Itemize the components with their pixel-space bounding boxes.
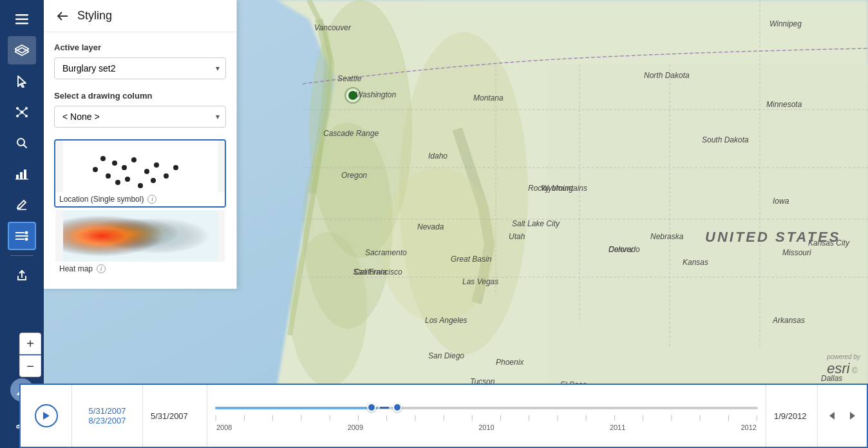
- select-button[interactable]: [8, 67, 36, 95]
- viz-card-label-heatmap: Heat map i: [55, 262, 225, 276]
- svg-marker-72: [850, 412, 855, 420]
- svg-line-30: [22, 112, 26, 116]
- viz-card-image-scatter: [55, 141, 225, 192]
- svg-rect-33: [16, 175, 19, 179]
- esri-logo: powered by esri ©: [827, 353, 860, 377]
- play-button[interactable]: [35, 404, 58, 427]
- svg-point-58: [154, 162, 159, 168]
- zoom-in-button[interactable]: +: [19, 333, 41, 355]
- svg-point-61: [100, 156, 106, 161]
- menu-button[interactable]: [8, 5, 36, 34]
- svg-rect-6: [547, 64, 868, 387]
- share-button[interactable]: [8, 261, 36, 289]
- drawing-column-label: Select a drawing column: [54, 91, 226, 101]
- svg-marker-20: [15, 45, 29, 53]
- svg-marker-21: [15, 48, 29, 55]
- timeline-slider-area[interactable]: |||||||||||||||||||| 2008 2009 2010 2011…: [207, 385, 766, 447]
- sidebar-divider: [10, 255, 33, 256]
- viz-card-location-single[interactable]: Location (Single symbol) i: [54, 139, 226, 208]
- timeline-bar: 5/31/2007 8/23/2007 5/31/2007 ||||||||||…: [19, 384, 868, 448]
- svg-point-15: [348, 90, 358, 101]
- svg-line-27: [17, 108, 22, 112]
- svg-marker-71: [829, 412, 835, 420]
- styling-panel: Styling Active layer Burglary set2 ▾ Sel…: [44, 0, 237, 289]
- timeline-connector: [380, 407, 389, 409]
- timeline-current-date: 5/31/2007: [143, 385, 207, 447]
- svg-point-55: [131, 157, 137, 162]
- svg-rect-19: [15, 23, 28, 24]
- timeline-date-end: 8/23/2007: [89, 416, 126, 425]
- timeline-track-fill: [215, 407, 378, 409]
- svg-point-41: [25, 231, 28, 235]
- svg-point-62: [151, 178, 156, 183]
- svg-point-64: [115, 180, 120, 185]
- svg-rect-35: [24, 170, 26, 179]
- svg-point-5: [380, 168, 496, 322]
- svg-point-52: [93, 167, 98, 172]
- svg-point-42: [25, 238, 28, 241]
- svg-marker-70: [43, 412, 50, 420]
- svg-point-3: [290, 232, 367, 387]
- svg-point-53: [112, 161, 117, 166]
- timeline-handle-right[interactable]: [393, 403, 402, 412]
- svg-point-65: [138, 183, 143, 188]
- svg-rect-17: [15, 14, 28, 16]
- style-button[interactable]: [8, 222, 36, 250]
- timeline-play-section: [21, 385, 72, 447]
- svg-rect-69: [63, 210, 218, 262]
- drawing-column-dropdown-wrapper: < None > ▾: [54, 106, 226, 128]
- zoom-controls: + −: [19, 333, 41, 377]
- svg-line-28: [22, 108, 26, 112]
- svg-line-29: [17, 112, 22, 116]
- timeline-prev-button[interactable]: [823, 407, 841, 425]
- panel-header: Styling: [44, 0, 236, 32]
- timeline-next-button[interactable]: [844, 407, 862, 425]
- panel-title: Styling: [77, 9, 112, 23]
- panel-body: Active layer Burglary set2 ▾ Select a dr…: [44, 32, 236, 289]
- svg-rect-18: [15, 19, 28, 21]
- timeline-nav: [817, 385, 867, 447]
- svg-point-63: [173, 165, 178, 170]
- svg-rect-34: [20, 172, 23, 179]
- svg-line-32: [24, 145, 27, 148]
- active-layer-label: Active layer: [54, 43, 226, 52]
- timeline-track[interactable]: [215, 407, 758, 409]
- timeline-dates: 5/31/2007 8/23/2007: [72, 385, 143, 447]
- sidebar: [0, 0, 44, 448]
- zoom-out-button[interactable]: −: [19, 355, 41, 377]
- drawing-column-select[interactable]: < None >: [54, 106, 226, 128]
- active-layer-select[interactable]: Burglary set2: [54, 57, 226, 79]
- viz-card-image-heatmap: [55, 210, 225, 262]
- info-icon-location[interactable]: i: [147, 195, 156, 204]
- network-button[interactable]: [8, 98, 36, 126]
- info-icon-heatmap[interactable]: i: [97, 264, 106, 273]
- svg-point-54: [106, 173, 111, 179]
- svg-point-57: [125, 177, 130, 182]
- layers-button[interactable]: [8, 36, 36, 64]
- active-layer-dropdown-wrapper: Burglary set2 ▾: [54, 57, 226, 79]
- timeline-date-start: 5/31/2007: [89, 406, 126, 416]
- timeline-handle-left[interactable]: [367, 403, 376, 412]
- viz-cards: Location (Single symbol) i: [54, 139, 226, 278]
- back-button[interactable]: [54, 10, 71, 23]
- timeline-years: 2008 2009 2010 2011 2012: [215, 424, 758, 431]
- svg-point-56: [144, 169, 149, 174]
- viz-card-label-location: Location (Single symbol) i: [55, 192, 225, 206]
- timeline-handle-group: [367, 403, 402, 412]
- svg-point-59: [164, 173, 169, 179]
- search-button[interactable]: [8, 129, 36, 157]
- analytics-button[interactable]: [8, 160, 36, 188]
- timeline-end-date: 1/9/2012: [766, 385, 817, 447]
- svg-point-60: [122, 165, 127, 170]
- viz-card-heatmap[interactable]: Heat map i: [54, 209, 226, 277]
- edit-button[interactable]: [8, 191, 36, 219]
